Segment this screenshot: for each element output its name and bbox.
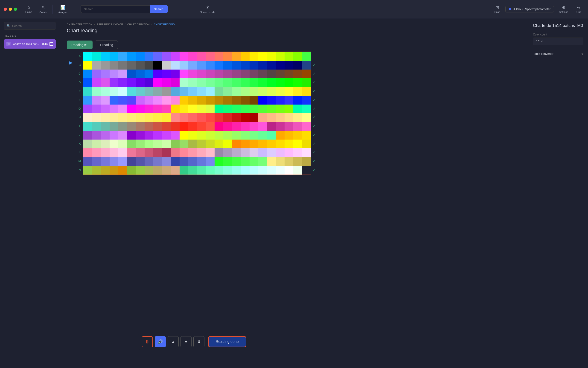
- color-cell-G7[interactable]: [136, 105, 145, 113]
- color-cell-E19[interactable]: [241, 87, 250, 96]
- color-cell-L6[interactable]: [127, 148, 136, 157]
- color-cell-K6[interactable]: [127, 139, 136, 148]
- color-cell-D8[interactable]: [145, 78, 153, 87]
- color-cell-M10[interactable]: [162, 157, 171, 166]
- color-cell-A20[interactable]: [250, 52, 258, 61]
- color-cell-F14[interactable]: [197, 96, 206, 105]
- color-cell-C5[interactable]: [118, 70, 127, 78]
- color-cell-C20[interactable]: [250, 70, 258, 78]
- color-cell-C21[interactable]: [258, 70, 267, 78]
- color-cell-H7[interactable]: [136, 113, 145, 122]
- color-cell-L12[interactable]: [180, 148, 188, 157]
- color-cell-E17[interactable]: [223, 87, 232, 96]
- color-cell-L14[interactable]: [197, 148, 206, 157]
- color-cell-B11[interactable]: [171, 61, 180, 70]
- color-cell-F11[interactable]: [171, 96, 180, 105]
- color-cell-I1[interactable]: [83, 122, 92, 131]
- color-cell-N17[interactable]: [223, 166, 232, 175]
- download-button[interactable]: ⬇: [193, 336, 204, 347]
- color-cell-N4[interactable]: [109, 166, 118, 175]
- color-cell-J21[interactable]: [258, 131, 267, 139]
- color-cell-D12[interactable]: [180, 78, 188, 87]
- color-cell-A2[interactable]: [92, 52, 101, 61]
- color-cell-K13[interactable]: [188, 139, 197, 148]
- color-cell-B21[interactable]: [258, 61, 267, 70]
- color-cell-B12[interactable]: [180, 61, 188, 70]
- color-cell-C13[interactable]: [188, 70, 197, 78]
- color-cell-N19[interactable]: [241, 166, 250, 175]
- color-cell-I11[interactable]: [171, 122, 180, 131]
- color-cell-H6[interactable]: [127, 113, 136, 122]
- color-cell-L11[interactable]: [171, 148, 180, 157]
- color-cell-H16[interactable]: [215, 113, 223, 122]
- color-cell-L2[interactable]: [92, 148, 101, 157]
- color-cell-C22[interactable]: [267, 70, 276, 78]
- color-cell-C14[interactable]: [197, 70, 206, 78]
- color-cell-J1[interactable]: [83, 131, 92, 139]
- color-cell-H2[interactable]: [92, 113, 101, 122]
- color-cell-E26[interactable]: [302, 87, 311, 96]
- color-cell-G5[interactable]: [118, 105, 127, 113]
- color-cell-K4[interactable]: [109, 139, 118, 148]
- color-cell-L8[interactable]: [145, 148, 153, 157]
- color-cell-J19[interactable]: [241, 131, 250, 139]
- color-cell-L3[interactable]: [101, 148, 109, 157]
- color-cell-D15[interactable]: [206, 78, 215, 87]
- color-cell-B16[interactable]: [215, 61, 223, 70]
- color-cell-B8[interactable]: [145, 61, 153, 70]
- color-cell-H13[interactable]: [188, 113, 197, 122]
- color-cell-N3[interactable]: [101, 166, 109, 175]
- color-cell-J2[interactable]: [92, 131, 101, 139]
- color-cell-H20[interactable]: [250, 113, 258, 122]
- color-cell-M11[interactable]: [171, 157, 180, 166]
- color-cell-F2[interactable]: [92, 96, 101, 105]
- color-cell-F13[interactable]: [188, 96, 197, 105]
- color-cell-H3[interactable]: [101, 113, 109, 122]
- color-cell-A10[interactable]: [162, 52, 171, 61]
- color-cell-G3[interactable]: [101, 105, 109, 113]
- color-cell-H23[interactable]: [276, 113, 285, 122]
- color-cell-H1[interactable]: [83, 113, 92, 122]
- color-cell-N8[interactable]: [145, 166, 153, 175]
- color-cell-D10[interactable]: [162, 78, 171, 87]
- quit-button[interactable]: ↪ Quit: [573, 4, 584, 15]
- play-button[interactable]: ▶: [67, 58, 75, 67]
- color-cell-A17[interactable]: [223, 52, 232, 61]
- color-cell-G16[interactable]: [215, 105, 223, 113]
- search-button[interactable]: Search: [150, 5, 168, 13]
- color-cell-I13[interactable]: [188, 122, 197, 131]
- color-cell-E25[interactable]: [293, 87, 302, 96]
- color-cell-K25[interactable]: [293, 139, 302, 148]
- color-cell-N2[interactable]: [92, 166, 101, 175]
- color-cell-K10[interactable]: [162, 139, 171, 148]
- color-cell-H12[interactable]: [180, 113, 188, 122]
- color-cell-F3[interactable]: [101, 96, 109, 105]
- color-cell-N11[interactable]: [171, 166, 180, 175]
- analyse-nav[interactable]: 📊 Analyse: [55, 3, 70, 15]
- color-cell-A21[interactable]: [258, 52, 267, 61]
- delete-button[interactable]: 🗑: [142, 336, 153, 347]
- color-cell-L1[interactable]: [83, 148, 92, 157]
- color-cell-E11[interactable]: [171, 87, 180, 96]
- color-cell-A19[interactable]: [241, 52, 250, 61]
- color-cell-J9[interactable]: [153, 131, 162, 139]
- color-cell-A8[interactable]: [145, 52, 153, 61]
- color-cell-G17[interactable]: [223, 105, 232, 113]
- color-cell-N7[interactable]: [136, 166, 145, 175]
- color-cell-D1[interactable]: [83, 78, 92, 87]
- color-cell-C17[interactable]: [223, 70, 232, 78]
- color-cell-N9[interactable]: [153, 166, 162, 175]
- color-cell-A6[interactable]: [127, 52, 136, 61]
- spectrophotometer-selector[interactable]: i1 Pro 2 Spectrophotometer: [505, 6, 554, 12]
- color-cell-I25[interactable]: [293, 122, 302, 131]
- color-cell-M20[interactable]: [250, 157, 258, 166]
- color-cell-I12[interactable]: [180, 122, 188, 131]
- color-cell-K11[interactable]: [171, 139, 180, 148]
- color-cell-L13[interactable]: [188, 148, 197, 157]
- color-cell-K9[interactable]: [153, 139, 162, 148]
- color-cell-F7[interactable]: [136, 96, 145, 105]
- color-cell-I3[interactable]: [101, 122, 109, 131]
- color-cell-G21[interactable]: [258, 105, 267, 113]
- color-cell-E13[interactable]: [188, 87, 197, 96]
- color-cell-N15[interactable]: [206, 166, 215, 175]
